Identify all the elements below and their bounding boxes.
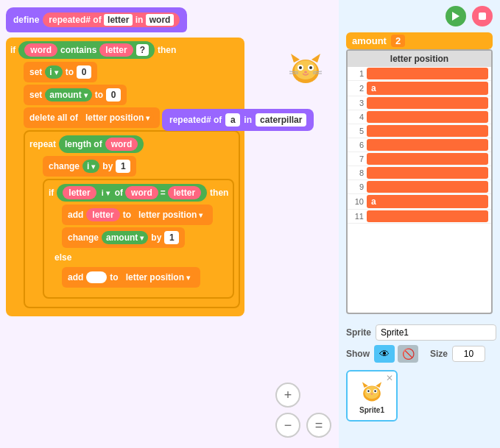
define-block[interactable]: define repeated# of letter in word <box>6 7 187 32</box>
in-label: in <box>244 115 252 125</box>
list-title: letter position <box>390 54 448 64</box>
if2-label: if <box>49 188 54 198</box>
list-rows-container: 1 2 a 3 4 5 6 7 8 9 10 a <box>348 67 491 224</box>
if-letter-header: if letter i of word = letter <box>49 184 228 202</box>
list-row-val: a <box>367 195 488 208</box>
amount-dropdown2[interactable]: amount <box>102 231 148 244</box>
add-letter-inner[interactable]: add letter to letter position <box>62 205 213 225</box>
change-label: change <box>49 161 80 171</box>
list-row-val <box>367 125 488 137</box>
letter5-pill: letter <box>86 208 119 221</box>
i-dropdown2[interactable]: i <box>82 160 99 173</box>
svg-marker-13 <box>452 12 459 21</box>
sprite-cat-icon <box>357 378 387 405</box>
list-row-val: a <box>367 82 488 95</box>
zero-val[interactable]: 0 <box>77 65 91 79</box>
right-panel: amount 2 letter position 1 2 a 3 4 5 6 7 <box>339 0 500 448</box>
sprite-section: Sprite ↔ Show 👁 🚫 Size 10 ✕ <box>339 320 500 429</box>
define-block-row: define repeated# of letter in word <box>6 7 244 32</box>
show-toggle: 👁 🚫 <box>374 345 418 363</box>
sprite-thumb-area: ✕ Sprite1 <box>346 367 493 424</box>
set-i-inner[interactable]: set i to 0 <box>24 62 97 82</box>
show-label: Show <box>346 349 370 359</box>
letter-pos-dropdown[interactable]: letter position <box>81 111 154 124</box>
floating-block: repeated# of a in caterpillar <box>162 109 314 131</box>
zoom-in-button[interactable]: + <box>275 383 300 408</box>
svg-point-8 <box>304 71 307 74</box>
show-eye-button[interactable]: 👁 <box>374 345 395 363</box>
zoom-reset-button[interactable]: = <box>306 413 331 438</box>
size-label: Size <box>430 349 448 359</box>
add-letter-block: add letter to letter position <box>62 205 228 225</box>
one-val[interactable]: 1 <box>116 160 130 173</box>
else-section: else add to letter positio <box>49 250 228 294</box>
delete-all-inner[interactable]: delete all of letter position <box>24 107 160 128</box>
list-row-val <box>367 167 488 179</box>
svg-point-7 <box>309 66 312 69</box>
svg-point-15 <box>365 386 379 399</box>
caterpillar-value[interactable]: caterpillar <box>256 113 306 127</box>
question-mark: ? <box>136 44 149 56</box>
contains-block[interactable]: word contains letter ? <box>18 41 155 59</box>
a-value[interactable]: a <box>225 113 240 127</box>
list-row-val <box>367 68 488 79</box>
letter-eq-block[interactable]: letter i of word = letter <box>57 184 207 202</box>
list-row-val <box>367 111 488 123</box>
list-row-val <box>367 153 488 165</box>
sprite-thumb-1[interactable]: ✕ Sprite1 <box>346 370 398 422</box>
zoom-reset-icon: = <box>315 418 323 433</box>
list-row-num: 4 <box>351 113 367 121</box>
oval-empty <box>86 271 107 283</box>
letter-pill: letter <box>104 14 133 26</box>
letter-pill2: letter <box>99 43 133 57</box>
repeat-label: repeat <box>29 139 56 149</box>
list-row-num: 9 <box>351 182 367 191</box>
delete-sprite-icon[interactable]: ✕ <box>386 373 393 383</box>
to-label2: to <box>95 90 103 100</box>
repeat-header: repeat length of word <box>29 135 234 153</box>
zoom-out-button[interactable]: − <box>275 413 300 438</box>
size-value[interactable]: 10 <box>452 346 485 362</box>
change-i-inner[interactable]: change i by 1 <box>43 156 136 177</box>
if-word-contains-block: if word contains letter ? then set i to <box>6 38 244 316</box>
add-oval-inner[interactable]: add to letter position <box>62 267 200 288</box>
show-size-row: Show 👁 🚫 Size 10 <box>346 345 493 363</box>
i-dropdown3[interactable]: i <box>99 188 113 198</box>
sprite1-label: Sprite1 <box>359 406 384 414</box>
svg-point-21 <box>374 390 376 392</box>
repeated-of-label: repeated# of <box>169 115 222 125</box>
list-row-num: 1 <box>351 69 367 78</box>
svg-marker-2 <box>291 54 300 63</box>
repeat-bottom-spacer <box>29 299 234 303</box>
change-amount-inner[interactable]: change amount by 1 <box>62 227 185 248</box>
hide-eye-button[interactable]: 🚫 <box>398 345 418 363</box>
to-label3: to <box>110 272 118 282</box>
letter-pos2-dropdown[interactable]: letter position <box>134 208 207 221</box>
i-dropdown[interactable]: i <box>45 65 62 79</box>
one2-val[interactable]: 1 <box>164 231 179 244</box>
set-amount-inner[interactable]: set amount to 0 <box>24 85 127 105</box>
sprite-name-input[interactable] <box>376 324 496 341</box>
list-row-num: 5 <box>351 127 367 135</box>
list-panel: letter position 1 2 a 3 4 5 6 7 8 9 <box>346 49 493 314</box>
list-item: 4 <box>348 110 491 124</box>
svg-marker-17 <box>376 382 381 388</box>
stop-button[interactable] <box>472 6 493 26</box>
list-item: 11 <box>348 210 491 224</box>
if-label: if <box>10 45 15 55</box>
add-oval-block: add to letter position <box>62 267 228 288</box>
repeat-length-block: repeat length of word change i <box>24 130 240 308</box>
list-item: 5 <box>348 124 491 138</box>
green-flag-button[interactable] <box>446 6 466 26</box>
change-i-block: change i by 1 <box>43 156 234 177</box>
zero-val2[interactable]: 0 <box>106 88 121 102</box>
repeat-block-outer: repeat length of word change i <box>24 130 240 308</box>
list-header: letter position <box>348 51 491 67</box>
length-block[interactable]: length of word <box>59 135 144 153</box>
scratch-cat-decoration <box>284 48 328 90</box>
amount-dropdown[interactable]: amount <box>45 88 91 102</box>
word4-pill: word <box>125 186 158 199</box>
word-pill3: word <box>105 138 138 151</box>
letter-pos3-dropdown[interactable]: letter position <box>122 271 194 284</box>
list-item: 7 <box>348 152 491 166</box>
